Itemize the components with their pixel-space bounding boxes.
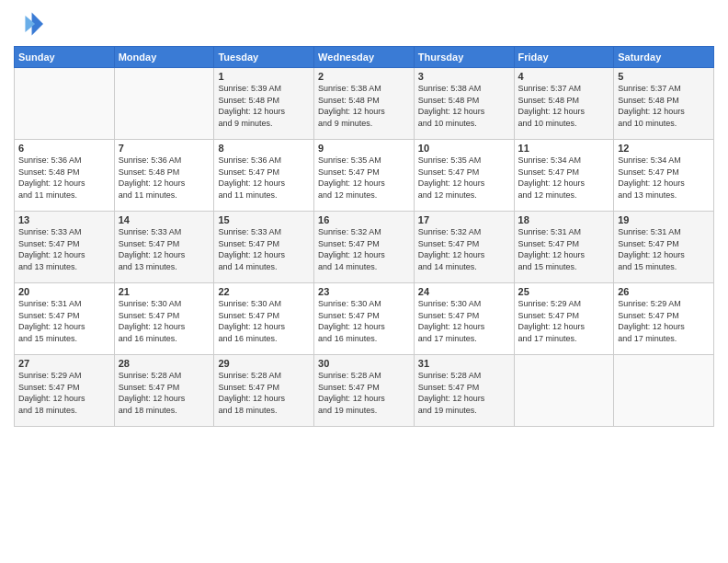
day-number: 19: [618, 214, 710, 225]
day-number: 6: [18, 143, 110, 154]
day-cell: 27Sunrise: 5:29 AM Sunset: 5:47 PM Dayli…: [15, 355, 115, 427]
day-info: Sunrise: 5:39 AM Sunset: 5:48 PM Dayligh…: [218, 83, 310, 129]
day-info: Sunrise: 5:33 AM Sunset: 5:47 PM Dayligh…: [218, 226, 310, 272]
day-number: 16: [318, 214, 410, 225]
page: SundayMondayTuesdayWednesdayThursdayFrid…: [0, 0, 728, 563]
day-cell: 25Sunrise: 5:29 AM Sunset: 5:47 PM Dayli…: [514, 283, 614, 355]
day-info: Sunrise: 5:37 AM Sunset: 5:48 PM Dayligh…: [518, 83, 610, 129]
day-info: Sunrise: 5:36 AM Sunset: 5:48 PM Dayligh…: [119, 155, 210, 201]
weekday-header-sunday: Sunday: [15, 47, 115, 68]
week-row-3: 13Sunrise: 5:33 AM Sunset: 5:47 PM Dayli…: [15, 212, 714, 283]
day-cell: 29Sunrise: 5:28 AM Sunset: 5:47 PM Dayli…: [214, 355, 314, 427]
day-info: Sunrise: 5:34 AM Sunset: 5:47 PM Dayligh…: [518, 155, 610, 201]
day-info: Sunrise: 5:29 AM Sunset: 5:47 PM Dayligh…: [518, 298, 610, 344]
day-info: Sunrise: 5:29 AM Sunset: 5:47 PM Dayligh…: [18, 370, 110, 416]
day-cell: 12Sunrise: 5:34 AM Sunset: 5:47 PM Dayli…: [614, 140, 714, 212]
weekday-header-thursday: Thursday: [414, 47, 514, 68]
day-number: 1: [218, 71, 310, 82]
day-info: Sunrise: 5:28 AM Sunset: 5:47 PM Dayligh…: [119, 370, 210, 416]
day-cell: 13Sunrise: 5:33 AM Sunset: 5:47 PM Dayli…: [15, 212, 115, 283]
day-cell: 11Sunrise: 5:34 AM Sunset: 5:47 PM Dayli…: [514, 140, 614, 212]
day-number: 18: [518, 214, 610, 225]
day-info: Sunrise: 5:29 AM Sunset: 5:47 PM Dayligh…: [618, 298, 710, 344]
day-number: 28: [119, 358, 210, 369]
day-cell: 17Sunrise: 5:32 AM Sunset: 5:47 PM Dayli…: [414, 212, 514, 283]
day-number: 4: [518, 71, 610, 82]
calendar-table: SundayMondayTuesdayWednesdayThursdayFrid…: [14, 46, 714, 427]
day-cell: 16Sunrise: 5:32 AM Sunset: 5:47 PM Dayli…: [314, 212, 415, 283]
day-number: 22: [218, 286, 310, 297]
day-cell: [614, 355, 714, 427]
weekday-header-monday: Monday: [114, 47, 214, 68]
day-cell: 24Sunrise: 5:30 AM Sunset: 5:47 PM Dayli…: [414, 283, 514, 355]
day-cell: 18Sunrise: 5:31 AM Sunset: 5:47 PM Dayli…: [514, 212, 614, 283]
day-info: Sunrise: 5:36 AM Sunset: 5:48 PM Dayligh…: [18, 155, 110, 201]
day-cell: 5Sunrise: 5:37 AM Sunset: 5:48 PM Daylig…: [614, 68, 714, 140]
day-number: 21: [119, 286, 210, 297]
day-number: 27: [18, 358, 110, 369]
day-info: Sunrise: 5:36 AM Sunset: 5:47 PM Dayligh…: [218, 155, 310, 201]
day-info: Sunrise: 5:28 AM Sunset: 5:47 PM Dayligh…: [318, 370, 410, 416]
day-number: 11: [518, 143, 610, 154]
day-cell: 14Sunrise: 5:33 AM Sunset: 5:47 PM Dayli…: [114, 212, 214, 283]
week-row-5: 27Sunrise: 5:29 AM Sunset: 5:47 PM Dayli…: [15, 355, 714, 427]
day-info: Sunrise: 5:31 AM Sunset: 5:47 PM Dayligh…: [18, 298, 110, 344]
logo-icon: [14, 9, 43, 39]
day-number: 20: [18, 286, 110, 297]
weekday-header-saturday: Saturday: [614, 47, 714, 68]
day-cell: 2Sunrise: 5:38 AM Sunset: 5:48 PM Daylig…: [314, 68, 415, 140]
day-number: 30: [318, 358, 410, 369]
day-number: 3: [418, 71, 510, 82]
day-cell: 30Sunrise: 5:28 AM Sunset: 5:47 PM Dayli…: [314, 355, 415, 427]
day-number: 10: [418, 143, 510, 154]
day-info: Sunrise: 5:33 AM Sunset: 5:47 PM Dayligh…: [18, 226, 110, 272]
day-cell: 7Sunrise: 5:36 AM Sunset: 5:48 PM Daylig…: [114, 140, 214, 212]
day-cell: 20Sunrise: 5:31 AM Sunset: 5:47 PM Dayli…: [15, 283, 115, 355]
day-number: 13: [18, 214, 110, 225]
weekday-header-wednesday: Wednesday: [314, 47, 415, 68]
day-info: Sunrise: 5:35 AM Sunset: 5:47 PM Dayligh…: [318, 155, 410, 201]
weekday-header-tuesday: Tuesday: [214, 47, 314, 68]
day-number: 14: [119, 214, 210, 225]
day-cell: 22Sunrise: 5:30 AM Sunset: 5:47 PM Dayli…: [214, 283, 314, 355]
day-cell: 10Sunrise: 5:35 AM Sunset: 5:47 PM Dayli…: [414, 140, 514, 212]
day-number: 8: [218, 143, 310, 154]
day-info: Sunrise: 5:37 AM Sunset: 5:48 PM Dayligh…: [618, 83, 710, 129]
day-number: 31: [418, 358, 510, 369]
weekday-header-friday: Friday: [514, 47, 614, 68]
day-info: Sunrise: 5:31 AM Sunset: 5:47 PM Dayligh…: [518, 226, 610, 272]
day-cell: 15Sunrise: 5:33 AM Sunset: 5:47 PM Dayli…: [214, 212, 314, 283]
logo: [14, 9, 47, 39]
day-cell: 1Sunrise: 5:39 AM Sunset: 5:48 PM Daylig…: [214, 68, 314, 140]
day-info: Sunrise: 5:38 AM Sunset: 5:48 PM Dayligh…: [418, 83, 510, 129]
day-cell: [514, 355, 614, 427]
day-number: 26: [618, 286, 710, 297]
header: [14, 9, 714, 39]
day-cell: 28Sunrise: 5:28 AM Sunset: 5:47 PM Dayli…: [114, 355, 214, 427]
day-info: Sunrise: 5:30 AM Sunset: 5:47 PM Dayligh…: [418, 298, 510, 344]
day-info: Sunrise: 5:32 AM Sunset: 5:47 PM Dayligh…: [318, 226, 410, 272]
day-info: Sunrise: 5:30 AM Sunset: 5:47 PM Dayligh…: [318, 298, 410, 344]
day-cell: [15, 68, 115, 140]
day-info: Sunrise: 5:32 AM Sunset: 5:47 PM Dayligh…: [418, 226, 510, 272]
day-cell: 31Sunrise: 5:28 AM Sunset: 5:47 PM Dayli…: [414, 355, 514, 427]
day-info: Sunrise: 5:28 AM Sunset: 5:47 PM Dayligh…: [218, 370, 310, 416]
day-number: 23: [318, 286, 410, 297]
day-cell: 9Sunrise: 5:35 AM Sunset: 5:47 PM Daylig…: [314, 140, 415, 212]
day-cell: [114, 68, 214, 140]
day-cell: 21Sunrise: 5:30 AM Sunset: 5:47 PM Dayli…: [114, 283, 214, 355]
week-row-4: 20Sunrise: 5:31 AM Sunset: 5:47 PM Dayli…: [15, 283, 714, 355]
day-number: 9: [318, 143, 410, 154]
header-row: SundayMondayTuesdayWednesdayThursdayFrid…: [15, 47, 714, 68]
day-info: Sunrise: 5:34 AM Sunset: 5:47 PM Dayligh…: [618, 155, 710, 201]
day-number: 5: [618, 71, 710, 82]
day-cell: 3Sunrise: 5:38 AM Sunset: 5:48 PM Daylig…: [414, 68, 514, 140]
day-info: Sunrise: 5:38 AM Sunset: 5:48 PM Dayligh…: [318, 83, 410, 129]
day-cell: 23Sunrise: 5:30 AM Sunset: 5:47 PM Dayli…: [314, 283, 415, 355]
day-info: Sunrise: 5:30 AM Sunset: 5:47 PM Dayligh…: [218, 298, 310, 344]
day-info: Sunrise: 5:30 AM Sunset: 5:47 PM Dayligh…: [119, 298, 210, 344]
day-number: 2: [318, 71, 410, 82]
day-cell: 19Sunrise: 5:31 AM Sunset: 5:47 PM Dayli…: [614, 212, 714, 283]
day-cell: 4Sunrise: 5:37 AM Sunset: 5:48 PM Daylig…: [514, 68, 614, 140]
day-number: 7: [119, 143, 210, 154]
